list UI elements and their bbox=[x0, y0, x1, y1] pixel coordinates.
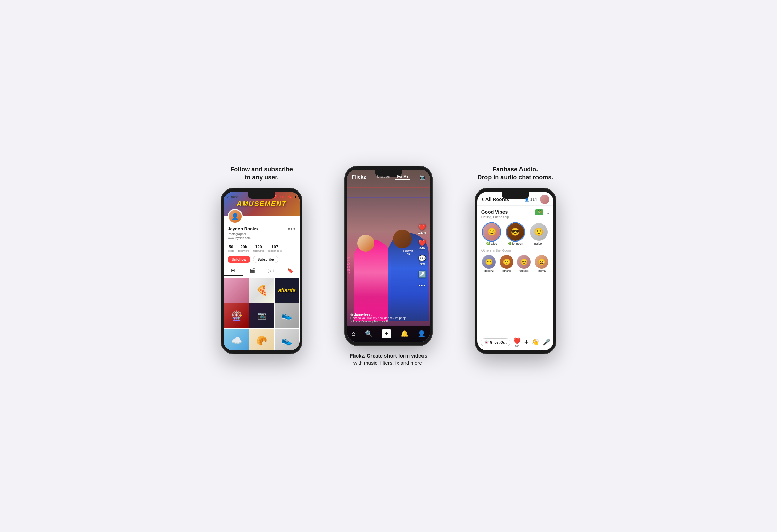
profile-name-row: Jayden Rooks ••• bbox=[228, 226, 296, 232]
flickz-tab-discover[interactable]: Discover bbox=[375, 174, 393, 180]
speaker-heart-nelson: ♡ bbox=[544, 224, 547, 228]
comment-count: 729 bbox=[419, 262, 425, 266]
heart2-action[interactable]: ❤️ 849 bbox=[418, 239, 426, 250]
more-action[interactable]: ••• bbox=[418, 283, 426, 288]
grid-cell-7[interactable]: ☁️ bbox=[224, 329, 249, 350]
other-othahit: 🙂 othahit bbox=[499, 255, 514, 272]
heart-reaction-count: 105 bbox=[515, 345, 519, 348]
audio-phone-notch bbox=[502, 192, 529, 199]
mic-button[interactable]: 🎤 bbox=[543, 338, 550, 346]
heart-reaction-button[interactable]: ❤️ 105 bbox=[513, 337, 521, 348]
heart-reaction-icon: ❤️ bbox=[513, 337, 521, 345]
flickz-search-icon[interactable]: 🔍 bbox=[365, 330, 373, 337]
tab-video[interactable]: 🎬 bbox=[243, 266, 262, 276]
wave-button[interactable]: 👋 bbox=[532, 338, 539, 346]
other-avatar-gage72[interactable]: 😐 bbox=[482, 255, 496, 269]
posts-label: posts bbox=[228, 249, 234, 252]
speaker-heart-alice: ♡ bbox=[497, 224, 500, 228]
like-action[interactable]: ❤️ 1,145 bbox=[418, 223, 426, 234]
room-more-button[interactable]: ... bbox=[545, 209, 549, 215]
other-avatar-othahit[interactable]: 🙂 bbox=[500, 255, 513, 269]
like-count: 1,145 bbox=[418, 231, 426, 234]
other-name-othahit: othahit bbox=[502, 269, 511, 272]
flickz-caption-rest: with music, filters, fx and more! bbox=[353, 360, 424, 366]
add-button[interactable]: + bbox=[524, 338, 529, 347]
grid-cell-3[interactable]: atlanta bbox=[275, 278, 299, 303]
share-action[interactable]: ↗️ bbox=[418, 270, 426, 278]
camera-icon[interactable]: 📷 bbox=[419, 174, 425, 180]
grid-cell-5[interactable]: 📷 bbox=[249, 303, 274, 328]
flickz-tab-forme[interactable]: For Me bbox=[395, 174, 410, 180]
tab-bookmark[interactable]: 🔖 bbox=[281, 266, 300, 276]
profile-phone-screen: Back Jayden ❤️ 119 🔖 1 AMUSEMENT bbox=[224, 192, 300, 350]
chevron-down-icon: ❮ bbox=[481, 197, 484, 201]
profile-bio-line1: Photographer bbox=[228, 232, 296, 236]
tab-grid[interactable]: ⊞ bbox=[224, 266, 243, 276]
back-label: Back bbox=[230, 195, 238, 199]
speaker-name-alice: 🌿 alice bbox=[486, 242, 497, 245]
followers-value: 29k bbox=[240, 245, 247, 249]
grid-cell-8[interactable]: 🥐 bbox=[249, 329, 274, 350]
ghost-out-button[interactable]: 👻 Ghost Out bbox=[481, 338, 510, 346]
profile-more-button[interactable]: ••• bbox=[288, 226, 296, 232]
ghost-out-label: Ghost Out bbox=[490, 340, 507, 344]
flickz-home-icon[interactable]: ⌂ bbox=[352, 330, 356, 337]
grid-cell-6[interactable]: 👟 bbox=[275, 303, 299, 328]
grid-cell-4[interactable]: 🎡 bbox=[224, 303, 249, 328]
live-badge: 🧑‍🤝‍🧑 bbox=[535, 209, 543, 215]
like-icon: ❤️ bbox=[418, 223, 426, 231]
profile-bio: Photographer www.jayden.com bbox=[228, 232, 296, 240]
flickz-phone-screen: LOWER33 #BOOTY Flickz Discover For Me bbox=[347, 170, 430, 342]
audio-bottom-bar: 👻 Ghost Out ❤️ 105 + 👋 🎤 bbox=[477, 335, 553, 350]
tab-clips[interactable]: ▷+ bbox=[262, 266, 281, 276]
flickz-screen: LOWER33 #BOOTY Flickz Discover For Me bbox=[347, 170, 430, 342]
flickz-nav-bar: Flickz Discover For Me 📷 bbox=[347, 170, 430, 184]
subscribers-value: 107 bbox=[271, 245, 278, 249]
subscribe-button[interactable]: Subscribe bbox=[253, 256, 278, 263]
speaker-name-johnson: 🌿 johnson bbox=[508, 242, 523, 245]
flickz-caption: How do you like my new dance? #hiphop bbox=[350, 316, 413, 320]
user-avatar-top[interactable] bbox=[540, 195, 549, 204]
share-icon: ↗️ bbox=[418, 270, 426, 278]
flickz-caption-bold: Flickz. Create short form videos bbox=[350, 353, 427, 359]
speaker-johnson: 😎 ♡ 🌿 johnson bbox=[505, 223, 526, 245]
johnson-name: johnson bbox=[512, 242, 523, 245]
audio-panel-title: Fanbase Audio. Drop in audio chat rooms. bbox=[477, 166, 553, 182]
heart2-icon: ❤️ bbox=[418, 239, 426, 247]
phone-notch bbox=[248, 192, 275, 199]
speaker-avatar-alice[interactable]: 😊 ♡ bbox=[483, 223, 500, 241]
other-avatar-tadyost[interactable]: 😊 bbox=[517, 255, 531, 269]
flickz-right-actions: ❤️ 1,145 ❤️ 849 💬 729 ↗️ bbox=[418, 223, 426, 288]
audio-phone-frame: ❮ All Rooms 👤 114 bbox=[475, 188, 556, 354]
flickz-bottom-nav: ⌂ 🔍 + 🔔 👤 bbox=[347, 326, 430, 342]
other-gage72: 😐 gage72 bbox=[481, 255, 497, 272]
more-icon: ••• bbox=[418, 283, 426, 288]
unfollow-button[interactable]: Unfollow bbox=[228, 256, 250, 263]
speaker-nelson: 🙂 ♡ nelson bbox=[528, 223, 549, 245]
other-avatar-thelma[interactable]: 😀 bbox=[535, 255, 548, 269]
speaker-heart-johnson: ♡ bbox=[520, 224, 524, 228]
heart-count: 119 bbox=[279, 195, 285, 199]
grid-cell-1[interactable] bbox=[224, 278, 249, 303]
back-button[interactable]: Back bbox=[227, 194, 238, 200]
grid-cell-9[interactable]: 👟 bbox=[275, 329, 299, 350]
heart2-count: 849 bbox=[419, 247, 425, 250]
profile-panel-title: Follow and subscribe to any user. bbox=[230, 166, 293, 182]
profile-stats: 50 posts 29k followers 120 following 107… bbox=[224, 245, 300, 252]
grid-cell-2[interactable]: 🍕 bbox=[249, 278, 274, 303]
following-label: following bbox=[253, 249, 264, 252]
comment-action[interactable]: 💬 729 bbox=[418, 255, 426, 266]
flickz-phone-frame: LOWER33 #BOOTY Flickz Discover For Me bbox=[344, 166, 433, 346]
speaker-avatar-johnson[interactable]: 😎 ♡ bbox=[507, 223, 524, 241]
flickz-bottom-info: @dannyfeest How do you like my new dance… bbox=[350, 313, 413, 323]
flickz-add-button[interactable]: + bbox=[382, 329, 391, 338]
flickz-bell-icon[interactable]: 🔔 bbox=[401, 330, 408, 337]
flickz-user-icon[interactable]: 👤 bbox=[418, 330, 425, 337]
profile-bio-line2: www.jayden.com bbox=[228, 236, 296, 240]
speaker-avatar-nelson[interactable]: 🙂 ♡ bbox=[530, 223, 548, 241]
flickz-music: ♪ Avicii - Waiting For Love ft. bbox=[350, 320, 413, 323]
profile-action-buttons: Unfollow Subscribe bbox=[224, 254, 300, 264]
other-name-tadyost: tadyost bbox=[520, 269, 529, 272]
bookmark-icon: 🔖 bbox=[287, 195, 292, 199]
profile-info-section: Jayden Rooks ••• Photographer www.jayden… bbox=[224, 224, 300, 243]
